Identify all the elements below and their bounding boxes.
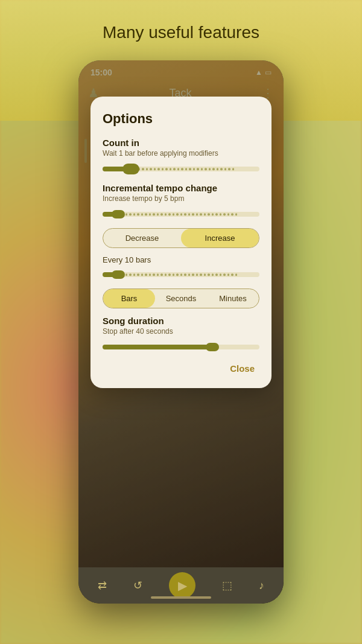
dot <box>220 213 222 215</box>
dot <box>153 273 155 276</box>
count-in-slider[interactable] <box>103 162 259 176</box>
dot <box>149 273 151 276</box>
incremental-track <box>103 212 259 217</box>
nav-icon-play[interactable]: ▶ <box>169 572 195 599</box>
increase-button[interactable]: Increase <box>181 229 259 247</box>
bars-button[interactable]: Bars <box>103 289 155 308</box>
incremental-slider[interactable] <box>103 208 259 221</box>
dot <box>173 213 175 215</box>
dot <box>204 213 206 215</box>
incremental-tempo-subtitle: Increase tempo by 5 bpm <box>103 194 259 203</box>
dot <box>176 273 179 276</box>
dot <box>115 346 117 348</box>
decrease-button[interactable]: Decrease <box>103 229 181 247</box>
duration-track <box>103 345 259 349</box>
dot <box>188 273 191 276</box>
dot <box>212 213 214 215</box>
dot <box>185 168 188 170</box>
dot <box>177 168 180 170</box>
seconds-button[interactable]: Seconds <box>155 289 207 308</box>
dot <box>157 213 159 215</box>
incremental-tempo-section: Incremental tempo change Increase tempo … <box>103 183 259 248</box>
nav-icon-save[interactable]: ⬚ <box>222 579 232 592</box>
dot <box>208 273 210 276</box>
duration-slider[interactable] <box>103 340 259 354</box>
dots-row <box>134 168 234 170</box>
dot <box>196 273 198 276</box>
nav-icon-sound[interactable]: ♪ <box>259 579 264 592</box>
dot <box>138 346 141 348</box>
dot <box>125 273 128 276</box>
dot <box>173 273 175 276</box>
dot <box>180 213 183 215</box>
dot <box>145 213 147 215</box>
duration-dots <box>103 346 212 348</box>
dot <box>223 273 226 276</box>
dot <box>212 273 214 276</box>
dot <box>220 168 223 170</box>
phone-frame: 15:00 ▲ ▭ ♟ Tack ⋮ Options Count in <box>78 60 284 604</box>
decrease-increase-toggle: Decrease Increase <box>103 228 259 248</box>
dot <box>118 346 121 348</box>
modal-overlay: Options Count in Wait 1 bar before apply… <box>78 60 284 604</box>
dot <box>129 273 132 276</box>
dot <box>122 346 125 348</box>
nav-icon-shuffle[interactable]: ⇄ <box>98 579 107 592</box>
bars-slider[interactable] <box>103 268 259 281</box>
dot <box>200 273 202 276</box>
dot <box>235 213 238 215</box>
dot <box>146 168 148 170</box>
dot <box>201 168 203 170</box>
song-duration-subtitle: Stop after 40 seconds <box>103 327 259 336</box>
incremental-dots <box>121 213 259 215</box>
dot <box>141 273 144 276</box>
dot <box>162 168 164 170</box>
dot <box>193 168 195 170</box>
dot <box>215 213 218 215</box>
dot <box>138 168 141 170</box>
every-bars-label: Every 10 bars <box>103 255 259 264</box>
dot <box>126 346 129 348</box>
minutes-button[interactable]: Minutes <box>207 289 259 308</box>
count-in-title: Count in <box>103 138 259 148</box>
dot <box>181 168 183 170</box>
dot <box>208 213 210 215</box>
count-in-section: Count in Wait 1 bar before applying modi… <box>103 138 259 176</box>
dot <box>157 273 159 276</box>
close-button-container: Close <box>103 361 259 376</box>
song-duration-title: Song duration <box>103 316 259 326</box>
dot <box>107 346 109 348</box>
dot <box>176 213 179 215</box>
nav-icon-repeat[interactable]: ↺ <box>133 579 142 592</box>
dot <box>154 168 156 170</box>
options-modal: Options Count in Wait 1 bar before apply… <box>91 97 272 388</box>
dot <box>184 213 186 215</box>
dot <box>160 213 163 215</box>
bars-dots <box>121 273 259 276</box>
dot <box>212 168 215 170</box>
dot <box>223 213 226 215</box>
dot <box>133 213 136 215</box>
dot <box>205 168 207 170</box>
dots-row <box>121 273 237 276</box>
dot <box>184 273 186 276</box>
dot <box>157 168 160 170</box>
dot <box>142 168 144 170</box>
dot <box>137 273 139 276</box>
home-indicator <box>151 596 211 599</box>
modal-title: Options <box>103 111 259 127</box>
dot <box>134 168 136 170</box>
dot <box>145 273 147 276</box>
close-button[interactable]: Close <box>225 361 259 376</box>
bars-seconds-minutes-toggle: Bars Seconds Minutes <box>103 289 259 308</box>
dot <box>196 213 198 215</box>
dot <box>192 213 194 215</box>
dot <box>150 168 152 170</box>
dot <box>121 273 124 276</box>
dot <box>209 168 211 170</box>
dot <box>227 213 230 215</box>
dot <box>165 168 168 170</box>
dot <box>110 346 113 348</box>
dot <box>231 273 233 276</box>
dots-row <box>103 346 140 348</box>
